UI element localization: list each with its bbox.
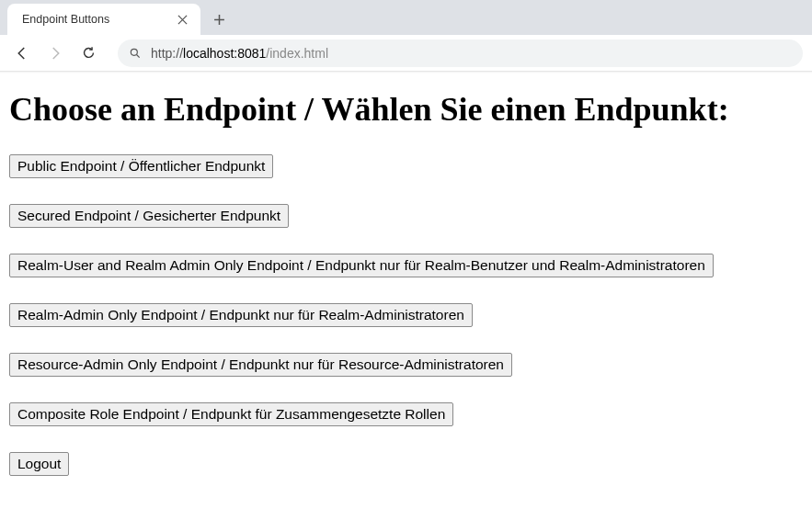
browser-tab[interactable]: Endpoint Buttons — [7, 4, 200, 35]
svg-point-0 — [131, 49, 137, 55]
realm-admin-endpoint-button[interactable]: Realm-Admin Only Endpoint / Endpunkt nur… — [9, 303, 473, 327]
close-tab-icon[interactable] — [175, 12, 189, 27]
tab-title: Endpoint Buttons — [18, 13, 175, 26]
logout-button[interactable]: Logout — [9, 452, 69, 476]
url-text: http://localhost:8081/index.html — [151, 46, 328, 61]
page-content: Choose an Endpoint / Wählen Sie einen En… — [0, 73, 812, 492]
browser-tab-bar: Endpoint Buttons — [0, 0, 812, 35]
search-icon — [129, 47, 142, 60]
composite-role-endpoint-button[interactable]: Composite Role Endpoint / Endpunkt für Z… — [9, 402, 453, 426]
secured-endpoint-button[interactable]: Secured Endpoint / Gesicherter Endpunkt — [9, 204, 289, 228]
url-path: /index.html — [266, 46, 328, 61]
address-bar[interactable]: http://localhost:8081/index.html — [118, 40, 803, 67]
public-endpoint-button[interactable]: Public Endpoint / Öffentlicher Endpunkt — [9, 154, 273, 178]
url-prefix: http:// — [151, 46, 183, 61]
back-button[interactable] — [9, 40, 35, 66]
reload-button[interactable] — [75, 40, 101, 66]
realm-user-admin-endpoint-button[interactable]: Realm-User and Realm Admin Only Endpoint… — [9, 254, 714, 277]
forward-button[interactable] — [42, 40, 68, 66]
url-host: localhost:8081 — [183, 46, 266, 61]
browser-toolbar: http://localhost:8081/index.html — [0, 35, 812, 72]
resource-admin-endpoint-button[interactable]: Resource-Admin Only Endpoint / Endpunkt … — [9, 353, 512, 377]
page-heading: Choose an Endpoint / Wählen Sie einen En… — [9, 90, 803, 129]
new-tab-button[interactable] — [206, 6, 232, 32]
